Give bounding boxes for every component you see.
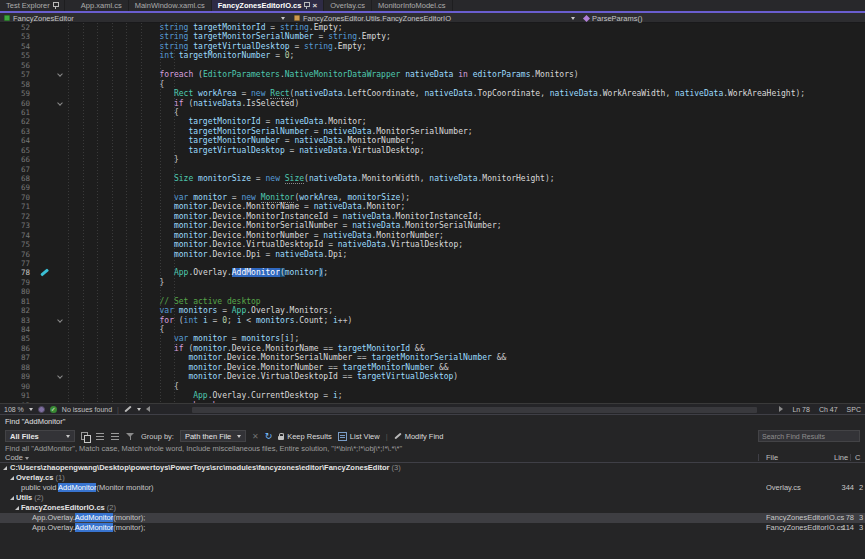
space-mode-indicator[interactable]: SPC — [847, 406, 861, 413]
code-line[interactable]: 85 var monitor = monitors[i]; — [0, 334, 865, 343]
code-line[interactable]: 62 targetMonitorId = nativeData.Monitor; — [0, 117, 865, 126]
code-line[interactable]: 54 string targetVirtualDesktop = string.… — [0, 42, 865, 51]
code-line[interactable]: 59 Rect workArea = new Rect(nativeData.L… — [0, 89, 865, 98]
keep-results-button[interactable]: Keep Results — [278, 432, 332, 441]
cleanup-chevron-icon[interactable] — [137, 408, 141, 411]
column-separator[interactable] — [850, 454, 851, 461]
group-by-dropdown[interactable]: Path then File — [180, 430, 246, 442]
code-line[interactable]: 80 — [0, 287, 865, 296]
code-line[interactable]: 53 string targetMonitorSerialNumber = st… — [0, 32, 865, 41]
result-group-row[interactable]: C:\Users\zhaopengwang\Desktop\powertoys\… — [0, 463, 865, 473]
code-line[interactable]: 82 var monitors = App.Overlay.Monitors; — [0, 306, 865, 315]
expand-triangle-icon[interactable] — [10, 496, 14, 500]
stop-search-icon[interactable]: ✕ — [252, 432, 259, 441]
code-line[interactable]: 84 { — [0, 325, 865, 334]
project-dropdown[interactable]: FancyZonesEditor — [0, 13, 289, 23]
doc-tab[interactable]: App.xaml.cs — [75, 0, 129, 11]
column-separator[interactable] — [758, 454, 759, 461]
list-view-button[interactable]: List View — [338, 432, 380, 441]
code-line[interactable]: 71 monitor.Device.MonitorName = nativeDa… — [0, 202, 865, 211]
modify-find-button[interactable]: Modify Find — [394, 432, 444, 441]
code-text: int targetMonitorNumber = 0; — [66, 51, 865, 60]
code-line[interactable]: 75 monitor.Device.VirtualDesktopId = nat… — [0, 240, 865, 249]
column-header-code[interactable]: Code — [5, 453, 29, 463]
code-line[interactable]: 55 int targetMonitorNumber = 0; — [0, 51, 865, 60]
expand-triangle-icon[interactable] — [15, 506, 19, 510]
search-find-results-input[interactable] — [758, 430, 860, 442]
doc-tab[interactable]: Overlay.cs — [324, 0, 372, 11]
doc-tab[interactable]: MainWindow.xaml.cs — [129, 0, 212, 11]
column-header-column[interactable]: C — [855, 453, 860, 463]
expand-triangle-icon[interactable] — [3, 466, 7, 470]
code-line[interactable]: 70 var monitor = new Monitor(workArea, m… — [0, 193, 865, 202]
expand-all-icon[interactable] — [96, 432, 105, 441]
code-line[interactable]: 57 foreach (EditorParameters.NativeMonit… — [0, 70, 865, 79]
code-line[interactable]: 79 } — [0, 278, 865, 287]
code-line[interactable]: 88 monitor.Device.MonitorNumber == targe… — [0, 363, 865, 372]
result-group-row[interactable]: Utils (2) — [0, 493, 865, 503]
doc-tab[interactable]: MonitorInfoModel.cs — [372, 0, 453, 11]
code-line[interactable]: 83 for (int i = 0; i < monitors.Count; i… — [0, 316, 865, 325]
code-line[interactable]: 87 monitor.Device.MonitorSerialNumber ==… — [0, 353, 865, 362]
type-dropdown[interactable]: FancyZonesEditor.Utils.FancyZonesEditorI… — [290, 13, 579, 23]
scroll-right-icon[interactable] — [779, 406, 783, 412]
code-cleanup-icon[interactable] — [124, 406, 131, 413]
code-line[interactable]: 77 — [0, 259, 865, 268]
code-text — [66, 165, 865, 174]
fold-chevron-icon[interactable] — [57, 100, 63, 106]
result-match-row[interactable]: App.Overlay.AddMonitor(monitor);FancyZon… — [0, 513, 865, 523]
code-line[interactable]: 58 { — [0, 80, 865, 89]
close-icon[interactable]: × — [312, 2, 317, 10]
result-group-row[interactable]: Overlay.cs (1) — [0, 473, 865, 483]
column-header-file[interactable]: File — [766, 453, 778, 463]
code-line[interactable]: 91 App.Overlay.CurrentDesktop = i; — [0, 391, 865, 400]
scroll-left-icon[interactable] — [146, 406, 150, 412]
code-line[interactable]: 72 monitor.Device.MonitorInstanceId = na… — [0, 212, 865, 221]
code-line[interactable]: 89 monitor.Device.VirtualDesktopId == ta… — [0, 372, 865, 381]
line-number: 54 — [0, 42, 30, 51]
code-line[interactable]: 67 — [0, 165, 865, 174]
result-match-row[interactable]: public void AddMonitor(Monitor monitor)O… — [0, 483, 865, 493]
result-group-row[interactable]: FancyZonesEditorIO.cs (2) — [0, 503, 865, 513]
health-indicator-icon[interactable] — [38, 406, 45, 413]
refresh-icon[interactable]: ↻ — [265, 432, 273, 441]
copy-icon[interactable] — [81, 432, 90, 441]
tool-tab-test-explorer[interactable]: Test Explorer — [0, 0, 65, 11]
code-line[interactable]: 52 string targetMonitorId = string.Empty… — [0, 23, 865, 32]
fold-chevron-icon[interactable] — [57, 317, 63, 323]
pin-icon[interactable] — [53, 2, 58, 9]
code-line[interactable]: 73 monitor.Device.MonitorSerialNumber = … — [0, 221, 865, 230]
code-line[interactable]: 86 if (monitor.Device.MonitorName == tar… — [0, 344, 865, 353]
expand-triangle-icon[interactable] — [10, 476, 14, 480]
code-line[interactable]: 81 // Set active desktop — [0, 297, 865, 306]
code-text: monitor.Device.MonitorSerialNumber == ta… — [66, 353, 865, 362]
code-line[interactable]: 63 targetMonitorSerialNumber = nativeDat… — [0, 127, 865, 136]
code-line[interactable]: 66 } — [0, 155, 865, 164]
collapse-all-icon[interactable] — [111, 432, 120, 441]
code-line[interactable]: 68 Size monitorSize = new Size(nativeDat… — [0, 174, 865, 183]
code-line[interactable]: 76 monitor.Device.Dpi = nativeData.Dpi; — [0, 250, 865, 259]
code-line[interactable]: 90 { — [0, 382, 865, 391]
code-line[interactable]: 60 if (nativeData.IsSelected) — [0, 99, 865, 108]
member-dropdown[interactable]: ParseParams() — [580, 13, 865, 23]
code-editor[interactable]: 52 string targetMonitorId = string.Empty… — [0, 23, 865, 403]
zoom-chevron-icon[interactable] — [29, 408, 33, 411]
column-header-line[interactable]: Line — [834, 453, 848, 463]
code-line[interactable]: 74 monitor.Device.MonitorNumber = native… — [0, 231, 865, 240]
code-line[interactable]: 61 { — [0, 108, 865, 117]
scope-dropdown[interactable]: All Files — [5, 430, 75, 442]
fold-chevron-icon[interactable] — [57, 373, 63, 379]
result-match-row[interactable]: App.Overlay.AddMonitor(monitor);FancyZon… — [0, 523, 865, 533]
code-line[interactable]: 78 App.Overlay.AddMonitor(monitor); — [0, 268, 865, 277]
gutter — [30, 174, 66, 183]
filter-icon[interactable] — [126, 432, 135, 441]
code-line[interactable]: 69 — [0, 183, 865, 192]
code-line[interactable]: 56 — [0, 61, 865, 70]
code-line[interactable]: 65 targetVirtualDesktop = nativeData.Vir… — [0, 146, 865, 155]
code-line[interactable]: 64 targetMonitorNumber = nativeData.Moni… — [0, 136, 865, 145]
horizontal-scrollbar[interactable] — [192, 407, 757, 413]
zoom-level[interactable]: 108 % — [4, 406, 24, 413]
doc-tab[interactable]: FancyZonesEditorIO.cs× — [212, 0, 324, 11]
fold-chevron-icon[interactable] — [57, 71, 63, 77]
pin-icon[interactable] — [304, 2, 309, 9]
